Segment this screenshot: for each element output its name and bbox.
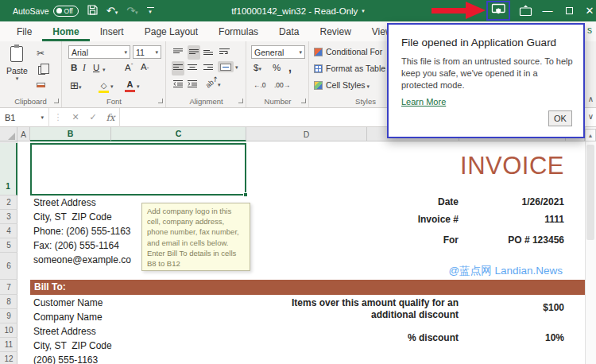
row-header[interactable]: 9: [0, 309, 17, 323]
chevron-down-icon[interactable]: ▾: [103, 67, 106, 73]
expand-formula-bar-icon[interactable]: ∨: [586, 112, 596, 121]
close-button[interactable]: ✕: [579, 0, 596, 21]
italic-button[interactable]: I: [83, 64, 86, 73]
tab-insert[interactable]: Insert: [90, 21, 134, 41]
minimize-button[interactable]: —: [537, 0, 558, 21]
redo-button[interactable]: ↷▾: [126, 6, 137, 16]
cancel-entry-icon[interactable]: ✕: [67, 112, 84, 122]
percent-format-button[interactable]: %: [273, 64, 281, 73]
row-header[interactable]: 3: [0, 210, 17, 224]
invoice-number-value[interactable]: 1111: [544, 214, 564, 225]
autosave-pill[interactable]: Off: [53, 6, 79, 17]
row-header[interactable]: 8: [0, 295, 17, 309]
tab-review[interactable]: Review: [309, 21, 361, 41]
customize-qat-icon[interactable]: ▾: [147, 7, 154, 14]
cell-b12[interactable]: (206) 555-1163: [33, 354, 98, 364]
clipboard-dialog-launcher-icon[interactable]: [54, 99, 59, 103]
cell-b11[interactable]: City, ST ZIP Code: [33, 340, 112, 351]
cell-b4[interactable]: Phone: (206) 555-1163: [33, 226, 131, 237]
invoice-number-label[interactable]: Invoice #: [418, 214, 459, 225]
borders-icon[interactable]: ⊞▾: [70, 80, 81, 91]
column-header-c[interactable]: C: [111, 127, 246, 141]
cell-b10[interactable]: Street Address: [33, 326, 96, 337]
cell-b5[interactable]: Fax: (206) 555-1164: [33, 240, 119, 251]
row-header[interactable]: 10: [0, 323, 17, 338]
row-header[interactable]: 7: [0, 280, 17, 295]
scrollbar-thumb[interactable]: [586, 145, 594, 240]
cell-b8[interactable]: Customer Name: [33, 297, 103, 308]
select-all-corner[interactable]: [0, 127, 17, 141]
tab-data[interactable]: Data: [269, 21, 309, 41]
percent-discount-label[interactable]: % discount: [408, 332, 459, 343]
invoice-heading[interactable]: INVOICE: [460, 152, 564, 180]
align-bottom-button[interactable]: [203, 47, 213, 58]
number-dialog-launcher-icon[interactable]: [301, 99, 306, 103]
font-name-select[interactable]: Arial▾: [68, 45, 130, 59]
number-format-select[interactable]: General▾: [251, 45, 305, 59]
percent-discount-value[interactable]: 10%: [545, 332, 564, 343]
collapse-ribbon-icon[interactable]: ∧: [586, 95, 596, 103]
decrease-decimal-icon[interactable]: .00→: [274, 81, 290, 89]
font-dialog-launcher-icon[interactable]: [158, 99, 163, 103]
for-label[interactable]: For: [443, 234, 459, 246]
cell-b3[interactable]: City, ST ZIP Code: [33, 211, 112, 223]
tab-file[interactable]: File: [6, 21, 42, 41]
discount-threshold-value[interactable]: $100: [543, 302, 564, 313]
font-size-select[interactable]: 11▾: [133, 45, 161, 59]
name-box[interactable]: B1▾: [0, 108, 49, 127]
row-header[interactable]: 6: [0, 253, 17, 280]
cell-b2[interactable]: Street Address: [33, 197, 96, 208]
align-left-button[interactable]: [172, 61, 184, 76]
maximize-button[interactable]: [559, 0, 579, 21]
paste-button[interactable]: Paste ▾: [6, 46, 28, 82]
cell-b9[interactable]: Company Name: [33, 312, 103, 323]
cell-styles-button[interactable]: Cell Styles ▾: [314, 79, 370, 91]
grow-font-button[interactable]: Aˆ: [125, 63, 133, 73]
chevron-down-icon[interactable]: ▾: [235, 64, 238, 71]
autosave-toggle[interactable]: AutoSave Off: [13, 6, 79, 17]
row-header[interactable]: 5: [0, 238, 17, 253]
currency-format-button[interactable]: $▾: [253, 64, 261, 73]
cut-icon[interactable]: ✂: [37, 48, 45, 59]
align-center-button[interactable]: [188, 63, 197, 74]
bold-button[interactable]: B: [71, 64, 77, 73]
tab-home[interactable]: Home: [42, 21, 89, 41]
save-icon[interactable]: [87, 5, 98, 17]
cell-b6-email[interactable]: someone@example.co: [33, 254, 131, 265]
po-number-value[interactable]: PO # 123456: [508, 234, 564, 246]
column-header-d[interactable]: D: [246, 127, 367, 141]
discount-note[interactable]: Items over this amount qualify for an ad…: [268, 297, 459, 321]
chevron-down-icon[interactable]: ▾: [137, 83, 140, 90]
alignment-dialog-launcher-icon[interactable]: [238, 99, 243, 103]
tab-formulas[interactable]: Formulas: [208, 21, 269, 41]
underline-button[interactable]: U: [93, 64, 99, 73]
insert-function-button[interactable]: fx: [102, 112, 119, 123]
merge-center-button[interactable]: [218, 61, 234, 72]
fill-handle[interactable]: [243, 192, 248, 197]
row-header[interactable]: 11: [0, 338, 17, 352]
row-header[interactable]: 2: [0, 196, 17, 210]
format-painter-icon[interactable]: [37, 83, 45, 87]
format-as-table-button[interactable]: Format as Table: [314, 63, 385, 74]
column-header-b[interactable]: B: [30, 127, 111, 141]
chevron-down-icon[interactable]: ▾: [218, 82, 221, 88]
chevron-down-icon[interactable]: ▾: [110, 83, 114, 90]
column-header-a[interactable]: A: [17, 127, 30, 141]
ok-button[interactable]: OK: [548, 110, 572, 126]
comma-format-button[interactable]: ,: [288, 62, 292, 73]
fill-color-icon[interactable]: ◇: [99, 79, 109, 93]
ribbon-display-options-icon[interactable]: [515, 0, 536, 21]
conditional-formatting-button[interactable]: Conditional For: [314, 46, 382, 57]
shrink-font-button[interactable]: Aˇ: [141, 63, 149, 73]
copy-icon[interactable]: [38, 66, 45, 75]
increase-decimal-icon[interactable]: ←.0: [253, 81, 266, 89]
date-value[interactable]: 1/26/2021: [522, 196, 564, 207]
wrap-text-icon[interactable]: [219, 47, 230, 58]
align-right-button[interactable]: [203, 63, 213, 74]
align-middle-button[interactable]: [188, 45, 200, 60]
scroll-up-icon[interactable]: ▲: [585, 129, 596, 141]
row-header[interactable]: 1: [0, 143, 17, 196]
row-header[interactable]: 4: [0, 224, 17, 238]
row-header[interactable]: 12: [0, 352, 17, 364]
date-label[interactable]: Date: [438, 196, 459, 207]
